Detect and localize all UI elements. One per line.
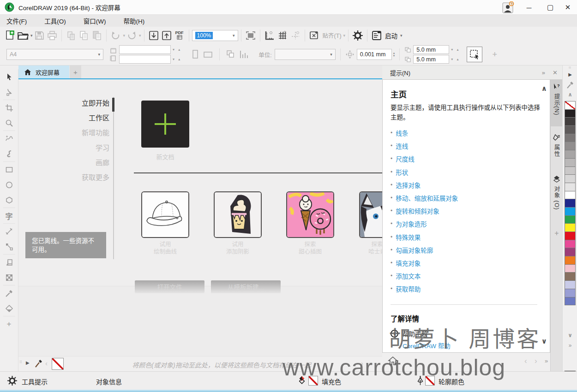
card-draw-curves[interactable] (141, 191, 189, 238)
tips-link-shapes[interactable]: •形状 (391, 169, 458, 175)
tips-link-shape-objects[interactable]: •为对象造形 (391, 220, 458, 227)
nav-learn[interactable]: 学习 (96, 143, 109, 152)
tips-link-lines[interactable]: •线条 (391, 130, 458, 136)
export-icon[interactable] (160, 29, 173, 42)
page-size-dropdown-icon[interactable]: ▾ (98, 52, 100, 57)
nav-forward-icon[interactable]: › (535, 356, 537, 366)
status-gear-icon[interactable] (7, 376, 17, 386)
menu-file[interactable]: 文件(F) (6, 16, 27, 25)
fill-none-swatch[interactable] (308, 376, 318, 386)
duplicate-y-input[interactable]: 5.0 mm (413, 55, 449, 64)
color-swatch[interactable] (565, 240, 576, 249)
palette-flyout-icon[interactable]: ▶ (26, 360, 30, 365)
page-height-spinner[interactable]: ▾ ▴ (173, 57, 181, 61)
add-propbar-icon[interactable]: + (493, 50, 498, 59)
nav-get-started[interactable]: 立即开始 (82, 98, 109, 107)
tips-close-icon[interactable]: ✕ (553, 69, 558, 76)
color-swatch[interactable] (565, 142, 576, 150)
tips-link-get-help[interactable]: •获取帮助 (391, 285, 458, 292)
launcher-icon[interactable] (370, 29, 383, 42)
color-swatch[interactable] (565, 150, 576, 159)
color-eyedropper-tool[interactable] (1, 285, 17, 301)
crop-tool[interactable] (1, 100, 17, 115)
footer-expand-icon[interactable]: » (545, 357, 548, 364)
nudge-input[interactable]: 0.001 mm (357, 49, 392, 60)
color-swatch[interactable] (565, 166, 576, 175)
palette-flyout-icon[interactable]: ▶ (563, 72, 577, 77)
redo-dropdown-icon[interactable]: ▾ (139, 33, 141, 38)
tips-link-dimension-lines[interactable]: •尺度线 (391, 155, 458, 162)
print-icon[interactable] (46, 29, 59, 42)
current-page-icon[interactable] (237, 48, 250, 61)
add-docker-button[interactable]: + (551, 229, 563, 238)
palette-scroll-left-icon[interactable]: ‹ (45, 359, 48, 367)
docker-tab-tips[interactable]: ? 提示(N) (551, 83, 563, 115)
new-document-tile[interactable] (141, 101, 189, 148)
tips-link-outline-objects[interactable]: •勾画对象轮廓 (391, 247, 458, 253)
tips-link-fill-objects[interactable]: •填充对象 (391, 260, 458, 266)
tips-scroll-up-icon[interactable]: ∧ (541, 84, 547, 93)
color-swatch[interactable] (565, 174, 576, 183)
color-swatch[interactable] (565, 125, 576, 134)
publish-pdf-icon[interactable]: PDF (173, 29, 186, 42)
copy-icon[interactable] (78, 29, 90, 42)
color-swatch[interactable] (565, 223, 576, 232)
palette-eyedropper-icon[interactable] (566, 80, 574, 89)
show-grid-icon[interactable] (276, 29, 289, 42)
tips-link-move-scale[interactable]: •移动、缩放和延展对象 (391, 195, 458, 201)
color-swatch[interactable] (565, 280, 576, 289)
polygon-tool[interactable] (1, 192, 17, 208)
all-pages-icon[interactable] (224, 48, 237, 61)
open-file-button[interactable]: 打开文件 (135, 280, 204, 293)
palette-drag-handle[interactable]: ⠿ (19, 360, 23, 364)
fullscreen-preview-icon[interactable] (244, 29, 257, 42)
redo-icon[interactable] (125, 29, 138, 42)
drop-shadow-tool[interactable] (1, 255, 17, 270)
paste-icon[interactable] (90, 29, 103, 42)
color-swatch[interactable] (565, 158, 576, 167)
import-icon[interactable] (147, 29, 160, 42)
user-account-icon[interactable] (502, 1, 514, 13)
undo-icon[interactable] (109, 29, 122, 42)
tips-link-add-text[interactable]: •添加文本 (391, 273, 458, 279)
color-swatch[interactable] (565, 256, 576, 265)
tips-scroll-down-icon[interactable]: ∨ (541, 337, 547, 345)
tips-link-select-objects[interactable]: •选择对象 (391, 182, 458, 188)
color-swatch[interactable] (565, 215, 576, 224)
snap-label[interactable]: 贴齐(T) (323, 31, 342, 40)
save-icon[interactable] (33, 29, 46, 42)
treat-as-filled-button[interactable] (467, 47, 482, 62)
palette-grip[interactable]: ⠛ (563, 66, 577, 71)
menu-help[interactable]: 帮助(H) (123, 16, 144, 25)
color-swatch[interactable] (565, 117, 576, 126)
nav-whats-new[interactable]: 新增功能 (82, 127, 109, 137)
artistic-media-tool[interactable] (1, 146, 17, 161)
home-outline-icon[interactable] (388, 356, 398, 366)
coreldraw-help-link[interactable]: CorelDRAW 帮助 (403, 341, 451, 350)
zoom-dropdown-icon[interactable]: ▾ (233, 33, 235, 38)
snap-dropdown-icon[interactable]: ▾ (343, 33, 346, 38)
outline-pen-icon[interactable] (417, 375, 424, 386)
color-swatch[interactable] (565, 289, 576, 297)
launcher-dropdown-icon[interactable]: ▾ (400, 33, 403, 38)
transparency-tool[interactable] (1, 270, 17, 285)
close-button[interactable]: ✕ (559, 0, 577, 14)
fill-color-icon[interactable] (298, 376, 307, 385)
no-color-swatch[interactable] (52, 358, 64, 370)
new-document-icon[interactable] (4, 29, 17, 42)
tab-welcome-screen[interactable]: 欢迎屏幕 (18, 65, 69, 78)
color-swatch[interactable] (565, 272, 576, 281)
palette-expand-icon[interactable]: » (369, 359, 373, 367)
nav-workspace[interactable]: 工作区 (89, 113, 109, 122)
minimize-button[interactable]: ─ (520, 0, 538, 14)
page-size-combo[interactable]: A4 ▾ (6, 49, 103, 60)
add-tools-button[interactable]: + (1, 316, 17, 332)
units-dropdown-icon[interactable]: ▾ (330, 52, 332, 57)
color-swatch[interactable] (565, 199, 576, 208)
launcher-label[interactable]: 启动 (385, 31, 397, 40)
new-from-template-button[interactable]: 从模板新建... (211, 280, 281, 293)
outline-none-swatch[interactable] (425, 376, 435, 386)
palette-scroll-down-icon[interactable]: ∨ (563, 332, 577, 339)
ellipse-tool[interactable] (1, 177, 17, 192)
landscape-icon[interactable] (202, 48, 215, 61)
